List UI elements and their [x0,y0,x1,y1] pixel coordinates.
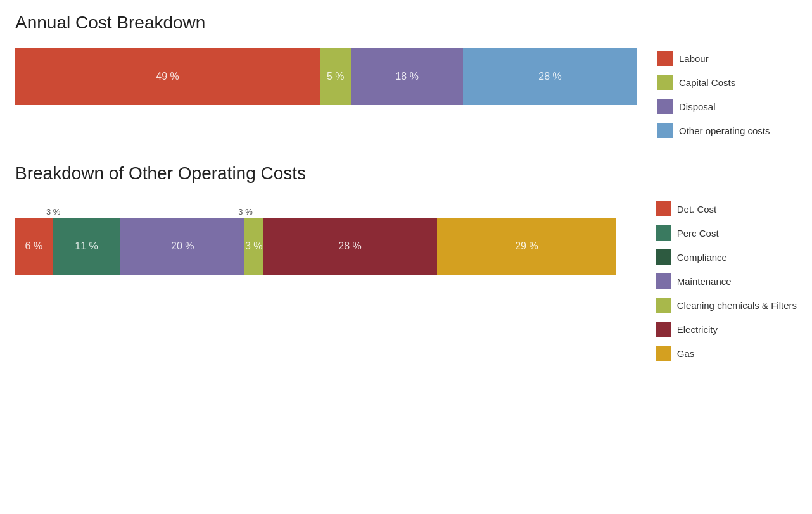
legend-label: Electricity [677,324,718,335]
bar-segment: 5 % [320,48,351,105]
chart2-legend: Det. CostPerc CostComplianceMaintenanceC… [656,199,797,361]
chart1-bar-container: 49 %5 %18 %28 % [15,48,637,105]
chart2-bar-container: 3 %3 % 6 %11 %20 %3 %28 %29 % [15,199,635,275]
legend-color-swatch [656,225,671,241]
legend-item: Disposal [657,99,797,114]
legend-label: Compliance [677,252,727,263]
bar-segment: 18 % [351,48,463,105]
legend-color-swatch [657,99,673,114]
bar-segment: 11 % [53,218,121,275]
chart1-area: 49 %5 %18 %28 % LabourCapital CostsDispo… [15,48,797,138]
chart2-section: Breakdown of Other Operating Costs 3 %3 … [15,163,797,361]
legend-color-swatch [656,201,671,216]
legend-color-swatch [657,123,673,138]
legend-label: Gas [677,348,695,359]
bar-segment: 29 % [437,218,617,275]
legend-label: Labour [679,53,709,64]
legend-color-swatch [656,298,671,313]
legend-item: Compliance [656,249,797,265]
chart1-title: Annual Cost Breakdown [15,13,797,33]
legend-color-swatch [656,273,671,289]
legend-label: Perc Cost [677,228,719,239]
legend-color-swatch [656,249,671,265]
legend-item: Cleaning chemicals & Filters [656,298,797,313]
legend-item: Gas [656,346,797,361]
bar-segment: 6 % [15,218,53,275]
chart1-legend: LabourCapital CostsDisposalOther operati… [657,48,797,138]
chart1-section: Annual Cost Breakdown 49 %5 %18 %28 % La… [15,13,797,138]
bar-segment: 20 % [120,218,244,275]
bar-segment: 3 % [244,218,263,275]
legend-item: Capital Costs [657,75,797,90]
legend-color-swatch [656,346,671,361]
legend-color-swatch [657,51,673,66]
legend-item: Labour [657,51,797,66]
bar-segment: 28 % [263,218,436,275]
legend-label: Capital Costs [679,77,735,88]
annotation-label: 3 % [238,207,252,216]
legend-label: Det. Cost [677,204,717,215]
bar-segment: 28 % [463,48,637,105]
chart1-stacked-bar: 49 %5 %18 %28 % [15,48,637,105]
chart2-stacked-bar: 6 %11 %20 %3 %28 %29 % [15,218,635,275]
legend-label: Cleaning chemicals & Filters [677,300,797,311]
legend-item: Other operating costs [657,123,797,138]
annotation-label: 3 % [46,207,60,216]
legend-color-swatch [656,322,671,337]
legend-item: Perc Cost [656,225,797,241]
legend-item: Electricity [656,322,797,337]
legend-color-swatch [657,75,673,90]
chart2-annotations: 3 %3 % [15,199,635,216]
legend-label: Maintenance [677,276,732,287]
legend-label: Disposal [679,101,716,112]
legend-item: Maintenance [656,273,797,289]
legend-label: Other operating costs [679,125,770,136]
chart2-area: 3 %3 % 6 %11 %20 %3 %28 %29 % Det. CostP… [15,199,797,361]
legend-item: Det. Cost [656,201,797,216]
chart2-title: Breakdown of Other Operating Costs [15,163,797,184]
bar-segment: 49 % [15,48,320,105]
